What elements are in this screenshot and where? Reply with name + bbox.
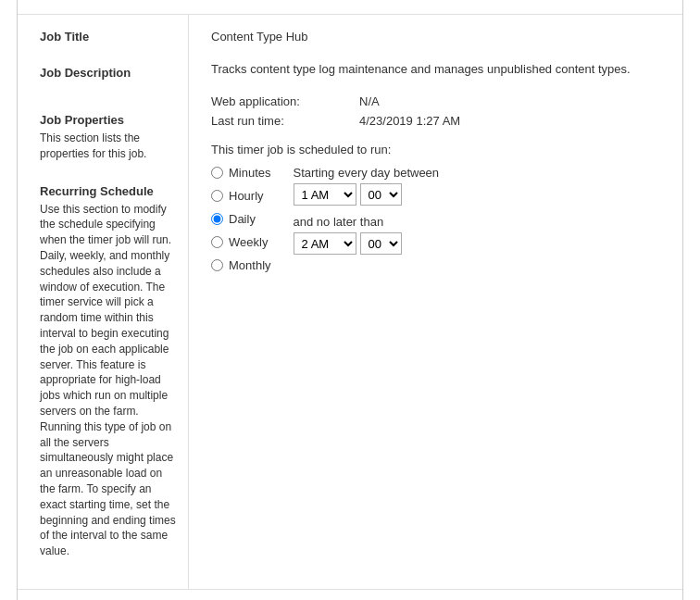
radio-monthly-label: Monthly bbox=[229, 258, 271, 272]
schedule-run-label: This timer job is scheduled to run: bbox=[211, 143, 660, 156]
job-properties-section-label: Job Properties bbox=[40, 113, 177, 127]
schedule-layout: Minutes Hourly Daily Weekly bbox=[211, 166, 660, 272]
start-time-row: 12 AM 1 AM 2 AM 3 AM 4 AM 5 AM 6 AM 7 AM… bbox=[294, 183, 440, 206]
dialog-header: Edit Timer Job i bbox=[18, 0, 682, 15]
edit-timer-job-dialog: Edit Timer Job i Job Title Job Descripti… bbox=[17, 0, 683, 600]
radio-minutes[interactable]: Minutes bbox=[211, 166, 271, 180]
end-hour-select[interactable]: 12 AM 1 AM 2 AM 3 AM 4 AM 5 AM 6 AM 7 AM… bbox=[294, 232, 356, 255]
properties-grid: Web application: N/A Last run time: 4/23… bbox=[211, 94, 660, 128]
left-panel: Job Title Job Description Job Properties… bbox=[18, 15, 189, 589]
last-run-time-label: Last run time: bbox=[211, 114, 359, 128]
radio-weekly-input[interactable] bbox=[211, 236, 223, 248]
start-min-select[interactable]: 00 15 30 45 bbox=[360, 183, 402, 206]
radio-daily[interactable]: Daily bbox=[211, 212, 271, 226]
job-description-section-label: Job Description bbox=[40, 66, 177, 80]
last-run-time-value: 4/23/2019 1:27 AM bbox=[359, 114, 460, 128]
radio-daily-input[interactable] bbox=[211, 213, 223, 225]
job-description-value: Tracks content type log maintenance and … bbox=[211, 62, 660, 76]
radio-hourly[interactable]: Hourly bbox=[211, 189, 271, 203]
radio-monthly-input[interactable] bbox=[211, 259, 223, 271]
recurring-schedule-desc: Use this section to modify the schedule … bbox=[40, 202, 177, 559]
radio-minutes-label: Minutes bbox=[229, 166, 271, 180]
right-panel: Content Type Hub Tracks content type log… bbox=[189, 15, 682, 589]
end-min-select[interactable]: 00 15 30 45 bbox=[360, 232, 402, 255]
job-properties-desc: This section lists the properties for th… bbox=[40, 131, 177, 162]
no-later-label: and no later than bbox=[294, 215, 440, 229]
radio-minutes-input[interactable] bbox=[211, 167, 223, 179]
job-title-value: Content Type Hub bbox=[211, 30, 660, 44]
radio-weekly-label: Weekly bbox=[229, 235, 268, 249]
radio-daily-label: Daily bbox=[229, 212, 256, 226]
dialog-body: Job Title Job Description Job Properties… bbox=[18, 15, 682, 589]
starting-label-text: Starting every day between bbox=[294, 166, 440, 180]
web-application-value: N/A bbox=[359, 94, 380, 108]
schedule-section: This timer job is scheduled to run: Minu… bbox=[211, 143, 660, 272]
dialog-footer: Run Now Disable OK Cancel bbox=[18, 589, 682, 600]
web-application-label: Web application: bbox=[211, 94, 359, 108]
radio-monthly[interactable]: Monthly bbox=[211, 258, 271, 272]
job-title-section-label: Job Title bbox=[40, 30, 177, 44]
start-hour-select[interactable]: 12 AM 1 AM 2 AM 3 AM 4 AM 5 AM 6 AM 7 AM… bbox=[294, 183, 356, 206]
starting-label: Starting every day between 12 AM 1 AM 2 … bbox=[294, 166, 440, 206]
recurring-schedule-label: Recurring Schedule bbox=[40, 184, 177, 198]
radio-group: Minutes Hourly Daily Weekly bbox=[211, 166, 271, 272]
end-time-row: 12 AM 1 AM 2 AM 3 AM 4 AM 5 AM 6 AM 7 AM… bbox=[294, 232, 440, 255]
radio-hourly-input[interactable] bbox=[211, 190, 223, 202]
last-run-time-row: Last run time: 4/23/2019 1:27 AM bbox=[211, 114, 660, 128]
title-text: Edit Timer Job bbox=[40, 0, 170, 3]
time-section: Starting every day between 12 AM 1 AM 2 … bbox=[294, 166, 440, 272]
job-title-row: Content Type Hub bbox=[211, 30, 660, 44]
radio-hourly-label: Hourly bbox=[229, 189, 264, 203]
dialog-title: Edit Timer Job i bbox=[40, 0, 660, 3]
job-description-row: Tracks content type log maintenance and … bbox=[211, 62, 660, 76]
no-later-section: and no later than 12 AM 1 AM 2 AM 3 AM 4… bbox=[294, 215, 440, 255]
web-application-row: Web application: N/A bbox=[211, 94, 660, 108]
radio-weekly[interactable]: Weekly bbox=[211, 235, 271, 249]
